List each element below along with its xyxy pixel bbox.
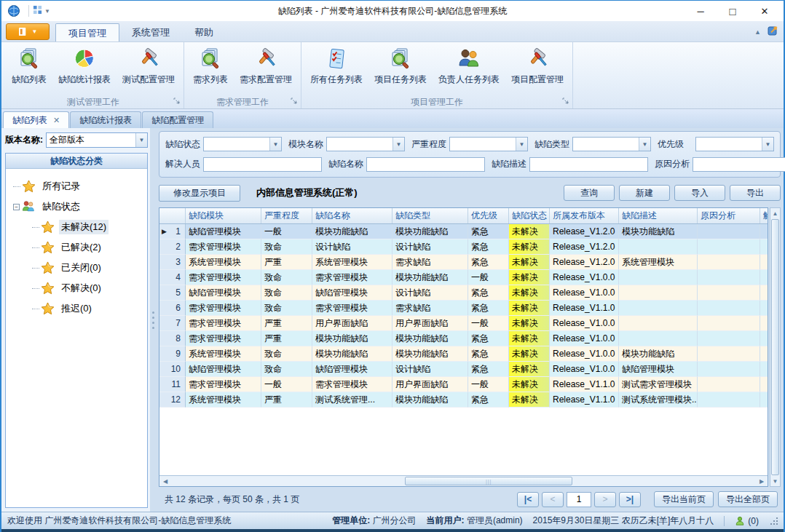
cell-module[interactable]: 需求管理模块: [186, 331, 261, 346]
version-select[interactable]: 全部版本 ▼: [46, 132, 148, 148]
cell-status[interactable]: 未解决: [509, 377, 550, 392]
cell-severity[interactable]: 严重: [261, 316, 312, 331]
row-number-cell[interactable]: 2: [159, 239, 186, 255]
tree-expander-icon[interactable]: −: [13, 204, 20, 210]
row-number-cell[interactable]: 3: [159, 255, 186, 270]
minimize-button[interactable]: ─: [685, 1, 717, 20]
tree-item[interactable]: −缺陷状态: [7, 196, 146, 217]
table-row[interactable]: ▶1缺陷管理模块一般模块功能缺陷模块功能缺陷紧急未解决Release_V1.2.…: [159, 224, 768, 239]
application-menu-button[interactable]: ▼: [6, 23, 50, 40]
cell-analysis[interactable]: [698, 316, 760, 331]
cell-module[interactable]: 需求管理模块: [186, 270, 261, 285]
cell-status[interactable]: 未解决: [509, 270, 550, 285]
row-number-cell[interactable]: 5: [159, 285, 186, 301]
close-tab-icon[interactable]: ✕: [53, 112, 60, 128]
scrollbar-thumb[interactable]: |||: [405, 477, 572, 485]
cell-severity[interactable]: 一般: [261, 224, 312, 239]
doc-tab-2[interactable]: 缺陷统计报表: [70, 111, 141, 128]
cell-status[interactable]: 未解决: [509, 346, 550, 362]
table-row[interactable]: 11需求管理模块一般需求管理模块用户界面缺陷一般未解决Release_V1.1.…: [159, 377, 768, 392]
cell-priority[interactable]: 紧急: [468, 285, 509, 301]
cell-solution[interactable]: [760, 377, 768, 392]
cell-version[interactable]: Release_V1.0.0: [550, 362, 619, 377]
defect-desc-filter-input[interactable]: [529, 157, 648, 172]
app-logo-icon[interactable]: [7, 4, 22, 18]
cell-status[interactable]: 未解决: [509, 362, 550, 377]
dialog-launcher-icon[interactable]: [562, 96, 569, 106]
row-number-cell[interactable]: 4: [159, 270, 186, 285]
table-row[interactable]: 12系统管理模块严重测试系统管理...模块功能缺陷紧急未解决Release_V1…: [159, 392, 768, 408]
cell-module[interactable]: 缺陷管理模块: [186, 362, 261, 377]
cell-module[interactable]: 系统管理模块: [186, 392, 261, 408]
collapse-ribbon-icon[interactable]: ▲: [754, 28, 761, 36]
cell-priority[interactable]: 紧急: [468, 224, 509, 239]
grid-column-header[interactable]: 缺陷类型: [392, 208, 468, 223]
doc-tab-3[interactable]: 缺陷配置管理: [142, 111, 213, 128]
tree-item[interactable]: 不解决(0): [7, 278, 146, 298]
cell-status[interactable]: 未解决: [509, 255, 550, 270]
cell-name[interactable]: 模块功能缺陷: [312, 346, 392, 362]
prev-page-button[interactable]: <: [542, 492, 564, 507]
export-current-page-button[interactable]: 导出当前页: [654, 491, 714, 507]
cell-severity[interactable]: 致命: [261, 362, 312, 377]
cell-version[interactable]: Release_V1.1.0: [550, 377, 619, 392]
defect-status-filter-select[interactable]: ▼: [203, 137, 282, 151]
cell-desc[interactable]: [619, 239, 698, 255]
online-users-indicator[interactable]: (0): [735, 516, 759, 526]
row-number-cell[interactable]: 6: [159, 301, 186, 316]
cell-priority[interactable]: 紧急: [468, 346, 509, 362]
row-number-cell[interactable]: 11: [159, 377, 186, 392]
cell-name[interactable]: 需求管理模块: [312, 270, 392, 285]
cell-name[interactable]: 需求管理模块: [312, 301, 392, 316]
cell-solution[interactable]: [760, 270, 768, 285]
cell-module[interactable]: 系统管理模块: [186, 346, 261, 362]
cell-analysis[interactable]: [698, 301, 760, 316]
module-name-filter-select[interactable]: ▼: [326, 137, 405, 151]
cell-type[interactable]: 用户界面缺陷: [392, 377, 468, 392]
modify-columns-button[interactable]: 修改显示项目: [159, 185, 240, 202]
test-config-button[interactable]: 测试配置管理: [117, 44, 181, 96]
tree-item[interactable]: 所有记录: [7, 176, 146, 196]
priority-filter-select[interactable]: ▼: [695, 137, 774, 151]
cell-desc[interactable]: 测试系统管理模块...: [619, 392, 698, 408]
owner-tasks-button[interactable]: 负责人任务列表: [433, 44, 505, 96]
tree-item[interactable]: 已关闭(0): [7, 258, 146, 278]
cell-status[interactable]: 未解决: [509, 392, 550, 408]
table-row[interactable]: 4需求管理模块致命需求管理模块模块功能缺陷一般未解决Release_V1.0.0: [159, 270, 768, 285]
cell-priority[interactable]: 一般: [468, 316, 509, 331]
cause-analysis-filter-input[interactable]: [693, 157, 785, 172]
cell-solution[interactable]: [760, 346, 768, 362]
cell-version[interactable]: Release_V1.0.0: [550, 285, 619, 301]
dialog-launcher-icon[interactable]: [291, 96, 297, 106]
cell-module[interactable]: 缺陷管理模块: [186, 224, 261, 239]
row-number-cell[interactable]: 7: [159, 316, 186, 331]
close-button[interactable]: ✕: [749, 1, 781, 20]
quick-access-toolbar[interactable]: ▼: [33, 5, 50, 17]
cell-version[interactable]: Release_V1.2.0: [550, 224, 619, 239]
vertical-scrollbar[interactable]: ▲ ▼: [770, 207, 781, 487]
cell-desc[interactable]: 系统管理模块: [619, 255, 698, 270]
cell-status[interactable]: 未解决: [509, 301, 550, 316]
cell-analysis[interactable]: [698, 255, 760, 270]
cell-priority[interactable]: 一般: [468, 377, 509, 392]
table-row[interactable]: 2需求管理模块致命设计缺陷设计缺陷紧急未解决Release_V1.2.0: [159, 239, 768, 255]
tree-item[interactable]: 推迟(0): [7, 298, 146, 319]
grid-column-header[interactable]: 缺陷描述: [619, 208, 698, 223]
import-button[interactable]: 导入: [674, 185, 725, 201]
table-row[interactable]: 6需求管理模块致命需求管理模块需求缺陷紧急未解决Release_V1.1.0: [159, 301, 768, 316]
cell-module[interactable]: 需求管理模块: [186, 239, 261, 255]
defect-name-filter-input[interactable]: [366, 157, 485, 172]
cell-type[interactable]: 设计缺陷: [392, 239, 468, 255]
defect-list-button[interactable]: 缺陷列表: [6, 44, 52, 96]
cell-desc[interactable]: 测试需求管理模块: [619, 377, 698, 392]
cell-status[interactable]: 未解决: [509, 239, 550, 255]
cell-desc[interactable]: [619, 301, 698, 316]
cell-version[interactable]: Release_V1.2.0: [550, 255, 619, 270]
cell-version[interactable]: Release_V1.1.0: [550, 392, 619, 408]
cell-severity[interactable]: 严重: [261, 331, 312, 346]
cell-module[interactable]: 需求管理模块: [186, 301, 261, 316]
scroll-right-icon[interactable]: ▶: [756, 476, 768, 486]
cell-solution[interactable]: [760, 331, 768, 346]
grid-column-header[interactable]: 解决方法: [760, 208, 768, 223]
defect-type-filter-select[interactable]: ▼: [572, 137, 651, 151]
